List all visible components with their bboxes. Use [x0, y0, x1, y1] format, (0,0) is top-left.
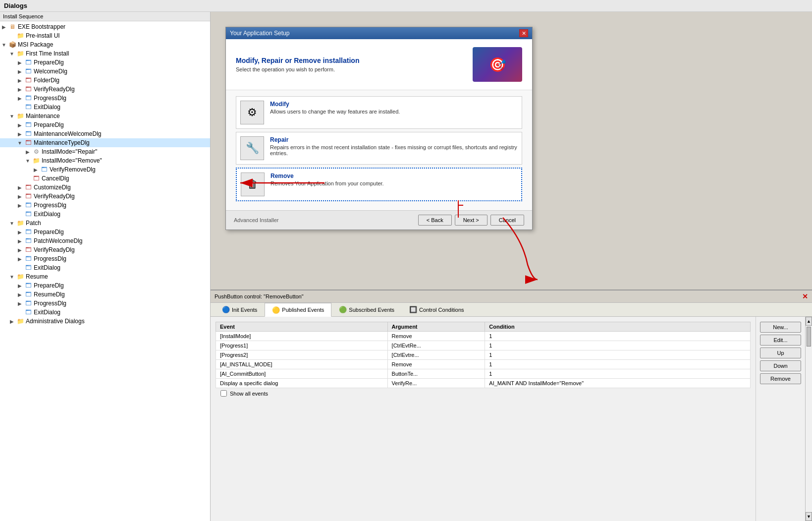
tree-expander[interactable]: ▼ [8, 221, 16, 226]
table-row[interactable]: [Progress2] [CtrlEvtre... 1 [216, 350, 751, 360]
table-row[interactable]: [AI_INSTALL_MODE] Remove 1 [216, 360, 751, 369]
cell-condition: 1 [485, 360, 751, 369]
tree-expander[interactable]: ▼ [16, 140, 24, 146]
tree-icon-exe: 🖥 [8, 23, 17, 31]
tree-expander[interactable]: ▶ [0, 24, 8, 30]
tree-expander[interactable]: ▶ [16, 301, 24, 306]
tree-item-maintenance[interactable]: ▼ 📁 Maintenance [0, 112, 210, 120]
tree-expander[interactable]: ▶ [8, 319, 16, 324]
tree-icon-dialog-x: 🗔 [24, 246, 33, 254]
tree-expander[interactable]: ▶ [16, 256, 24, 262]
tree-expander[interactable]: ▶ [24, 149, 32, 155]
tree-expander[interactable]: ▶ [16, 238, 24, 244]
right-scrollbar[interactable]: ▲ ▼ [805, 317, 812, 521]
tree-item-maintenancetypedlg[interactable]: ▼ 🗔 MaintenanceTypeDlg [0, 138, 210, 147]
tree-expander[interactable]: ▶ [16, 203, 24, 208]
sim-option-repair[interactable]: 🔧 Repair Repairs errors in the most rece… [236, 132, 522, 165]
up-button[interactable]: Up [760, 347, 801, 358]
tree-expander[interactable]: ▼ [24, 158, 32, 164]
tree-expander[interactable]: ▶ [16, 78, 24, 83]
tree-item-msi-package[interactable]: ▼ 📦 MSI Package [0, 40, 210, 49]
tab-published-events[interactable]: 🟡 Published Events [265, 303, 331, 317]
tree-item-patchwelcomedlg[interactable]: ▶ 🗔 PatchWelcomeDlg [0, 236, 210, 245]
tree-item-patch[interactable]: ▼ 📁 Patch [0, 219, 210, 228]
tree-item-preparedlg-1[interactable]: ▶ 🗔 PrepareDlg [0, 58, 210, 67]
tree-item-progressdlg-4[interactable]: ▶ 🗔 ProgressDlg [0, 299, 210, 308]
scroll-down-btn[interactable]: ▼ [806, 512, 812, 521]
col-event: Event [216, 322, 388, 332]
tree-expander[interactable]: ▼ [0, 42, 8, 48]
tree-expander[interactable]: ▶ [16, 292, 24, 297]
table-row[interactable]: Display a specific dialog VerifyRe... AI… [216, 379, 751, 388]
tree-item-resumedly[interactable]: ▶ 🗔 ResumeDlg [0, 290, 210, 299]
tree-item-verifyreadydlg-1[interactable]: ▶ 🗔 VerifyReadyDlg [0, 85, 210, 94]
cancel-button[interactable]: Cancel [490, 215, 524, 226]
table-row[interactable]: [AI_CommitButton] ButtonTe... 1 [216, 369, 751, 379]
tree-item-first-time-install[interactable]: ▼ 📁 First Time Install [0, 49, 210, 58]
table-row[interactable]: [InstallMode] Remove 1 [216, 332, 751, 341]
tree-item-preparedlg-4[interactable]: ▶ 🗔 PrepareDlg [0, 281, 210, 290]
tree-item-progressdlg-1[interactable]: ▶ 🗔 ProgressDlg [0, 94, 210, 103]
tab-init-events[interactable]: 🔵 Init Events [215, 303, 265, 316]
tree-item-folderdlg[interactable]: ▶ 🗔 FolderDlg [0, 76, 210, 85]
tree-expander[interactable]: ▼ [8, 274, 16, 280]
tree-expander[interactable]: ▶ [16, 283, 24, 289]
tree-item-progressdlg-2[interactable]: ▶ 🗔 ProgressDlg [0, 201, 210, 210]
tree-item-verifyremovedly[interactable]: ▶ 🗔 VerifyRemoveDlg [0, 165, 210, 174]
sim-option-modify[interactable]: ⚙ Modify Allows users to change the way … [236, 96, 522, 129]
tree-item-verifyreadydlg-3[interactable]: ▶ 🗔 VerifyReadyDlg [0, 245, 210, 254]
show-all-checkbox[interactable] [220, 390, 227, 397]
tree-expander[interactable]: ▶ [16, 185, 24, 190]
tree-expander[interactable]: ▶ [16, 69, 24, 74]
down-button[interactable]: Down [760, 360, 801, 371]
scroll-up-btn[interactable]: ▲ [806, 317, 812, 326]
tree-item-preparedlg-3[interactable]: ▶ 🗔 PrepareDlg [0, 228, 210, 236]
sim-dialog-close-btn[interactable]: ✕ [519, 29, 528, 37]
tree-expander[interactable]: ▶ [16, 122, 24, 128]
tree-item-exe-bootstrapper[interactable]: ▶ 🖥 EXE Bootstrapper [0, 22, 210, 31]
remove-button[interactable]: Remove [760, 373, 801, 384]
tree-item-installmode-remove[interactable]: ▼ 📁 InstallMode="Remove" [0, 156, 210, 165]
tree-expander[interactable]: ▶ [16, 230, 24, 235]
edit-button[interactable]: Edit... [760, 335, 801, 346]
tree-expander[interactable]: ▼ [8, 114, 16, 119]
cell-condition: 1 [485, 369, 751, 379]
tree-item-exitdialog-3[interactable]: 🗔 ExitDialog [0, 263, 210, 272]
scrollbar-track[interactable] [806, 326, 812, 512]
back-button[interactable]: < Back [418, 215, 452, 226]
bottom-panel-close[interactable]: ✕ [802, 292, 808, 300]
next-button[interactable]: Next > [455, 215, 487, 226]
tree-item-exitdialog-4[interactable]: 🗔 ExitDialog [0, 308, 210, 317]
tree-item-maintenancewelcomedlg[interactable]: ▶ 🗔 MaintenanceWelcomeDlg [0, 129, 210, 138]
tree-item-resume[interactable]: ▼ 📁 Resume [0, 272, 210, 281]
tree-item-exitdialog-2[interactable]: 🗔 ExitDialog [0, 210, 210, 219]
tab-subscribed-events[interactable]: 🟢 Subscribed Events [331, 303, 402, 316]
tree-label: PrepareDlg [34, 59, 64, 66]
tree-expander[interactable]: ▶ [32, 167, 40, 173]
option-label-modify: Modify [270, 101, 400, 108]
tab-control-conditions[interactable]: 🔲 Control Conditions [402, 303, 472, 316]
new-button[interactable]: New... [760, 322, 801, 333]
tree-item-exitdialog-1[interactable]: 🗔 ExitDialog [0, 103, 210, 112]
tree-expander[interactable]: ▶ [16, 194, 24, 199]
tree-label: WelcomeDlg [34, 68, 67, 75]
tree-container[interactable]: ▶ 🖥 EXE Bootstrapper 📁 Pre-install UI ▼ … [0, 21, 210, 521]
tree-expander[interactable]: ▶ [16, 247, 24, 253]
tree-expander[interactable]: ▶ [16, 87, 24, 92]
tree-expander[interactable]: ▶ [16, 131, 24, 137]
scrollbar-thumb[interactable] [807, 327, 811, 347]
tree-item-preparedlg-2[interactable]: ▶ 🗔 PrepareDlg [0, 120, 210, 129]
tree-expander[interactable]: ▶ [16, 60, 24, 65]
tree-item-welcomedlg[interactable]: ▶ 🗔 WelcomeDlg [0, 67, 210, 76]
tree-expander[interactable]: ▶ [16, 96, 24, 101]
tree-item-customizedlg[interactable]: ▶ 🗔 CustomizeDlg [0, 183, 210, 192]
tree-expander[interactable]: ▼ [8, 51, 16, 57]
tree-item-canceldlg[interactable]: 🗔 CancelDlg [0, 174, 210, 183]
tree-item-progressdlg-3[interactable]: ▶ 🗔 ProgressDlg [0, 254, 210, 263]
tree-item-verifyreadydlg-2[interactable]: ▶ 🗔 VerifyReadyDlg [0, 192, 210, 201]
table-row[interactable]: [Progress1] [CtrlEvtRe... 1 [216, 341, 751, 350]
tree-item-installmode-repair[interactable]: ▶ ⚙ InstallMode="Repair" [0, 147, 210, 156]
tree-item-admin-dialogs[interactable]: ▶ 📁 Administrative Dialogs [0, 317, 210, 326]
tree-item-pre-install-ui[interactable]: 📁 Pre-install UI [0, 31, 210, 40]
sim-option-remove[interactable]: 🗑 Remove Removes Your Application from y… [236, 168, 522, 201]
